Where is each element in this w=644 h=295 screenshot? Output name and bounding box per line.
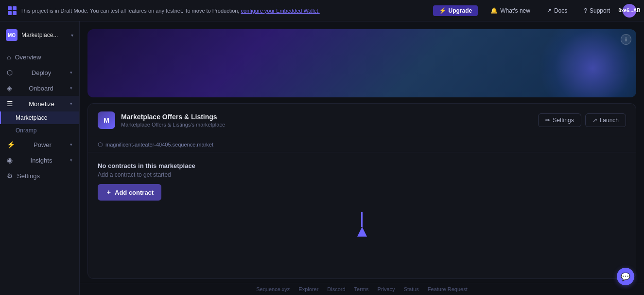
marketplace-title-area: M Marketplace Offers & Listings Marketpl… [98, 111, 225, 129]
launch-button[interactable]: ↗ Launch [585, 113, 626, 127]
footer-link-explorer[interactable]: Explorer [298, 286, 318, 292]
marketplace-texts: Marketplace Offers & Listings Marketplac… [121, 113, 225, 128]
info-button[interactable]: i [621, 34, 631, 45]
marketplace-card: M Marketplace Offers & Listings Marketpl… [87, 103, 636, 279]
chevron-down-icon: ▾ [71, 33, 73, 38]
bell-icon: 🔔 [490, 7, 498, 14]
sidebar-item-power[interactable]: ⚡ Power ▾ [0, 137, 79, 152]
sidebar-item-settings[interactable]: ⚙ Settings [0, 168, 79, 184]
sidebar-item-monetize[interactable]: ☰ Monetize ▾ [0, 96, 79, 111]
content-area: i M Marketplace Offers & Listings Market… [80, 21, 644, 295]
chevron-down-icon: ▾ [70, 86, 72, 91]
footer-link-privacy[interactable]: Privacy [378, 286, 395, 292]
docs-button[interactable]: ↗ Docs [543, 5, 571, 16]
footer: Sequence.xyz Explorer Discord Terms Priv… [80, 283, 644, 295]
chevron-down-icon: ▾ [70, 142, 72, 147]
draft-message: This project is in Draft Mode. You can t… [20, 8, 320, 14]
no-contracts-texts: No contracts in this marketplace Add a c… [98, 162, 195, 178]
sidebar-item-label: Onboard [29, 85, 53, 92]
marketplace-header: M Marketplace Offers & Listings Marketpl… [88, 104, 636, 137]
no-contracts-section: No contracts in this marketplace Add a c… [88, 152, 636, 210]
arrow-up-icon [357, 227, 367, 237]
chevron-down-icon: ▾ [70, 158, 72, 163]
upgrade-button[interactable]: ⚡ Upgrade [433, 5, 478, 16]
sidebar-item-label: Marketplace [16, 114, 47, 121]
logo-icon [8, 6, 17, 15]
avatar-button[interactable]: 0xe6...AB [623, 4, 636, 18]
topbar-right: ⚡ Upgrade 🔔 What's new ↗ Docs ? Support … [433, 4, 636, 18]
project-name: Marketplace... [21, 32, 67, 38]
link-icon: ↗ [547, 7, 552, 14]
whats-new-button[interactable]: 🔔 What's new [487, 5, 534, 16]
onboard-icon: ◈ [7, 84, 12, 92]
sidebar-item-label: Settings [17, 172, 40, 180]
no-contracts-title: No contracts in this marketplace [98, 162, 195, 169]
project-selector[interactable]: MO Marketplace... ▾ [0, 25, 79, 47]
monetize-icon: ☰ [7, 100, 13, 108]
marketplace-url: magnificent-anteater-40405.sequence.mark… [105, 142, 213, 148]
chevron-down-icon: ▾ [70, 101, 72, 106]
topbar: This project is in Draft Mode. You can t… [0, 0, 644, 21]
arrow-stem [361, 212, 363, 227]
launch-arrow-icon: ↗ [592, 117, 597, 124]
topbar-logo [8, 6, 17, 15]
sidebar-item-label: Monetize [29, 100, 54, 108]
marketplace-subtitle: Marketplace Offers & Listings's marketpl… [121, 122, 225, 128]
footer-link-feature-request[interactable]: Feature Request [428, 286, 468, 292]
home-icon: ⌂ [7, 53, 11, 61]
chevron-down-icon: ▾ [70, 70, 72, 75]
sidebar-item-onramp[interactable]: Onramp [0, 124, 79, 137]
upgrade-icon: ⚡ [439, 7, 446, 14]
support-button[interactable]: ? Support [580, 5, 614, 16]
sidebar-item-label: Overview [15, 54, 41, 61]
deploy-icon: ⬡ [7, 69, 13, 76]
topbar-left: This project is in Draft Mode. You can t… [8, 6, 320, 15]
configure-link[interactable]: configure your Embedded Wallet. [241, 8, 320, 14]
question-icon: ? [584, 7, 587, 14]
sidebar-item-onboard[interactable]: ◈ Onboard ▾ [0, 80, 79, 96]
arrow-indicator [88, 210, 636, 239]
settings-button[interactable]: ✏ Settings [538, 113, 581, 127]
project-icon: MO [6, 29, 17, 41]
chat-button[interactable]: 💬 [617, 268, 634, 285]
sidebar-item-label: Insights [31, 157, 52, 164]
sidebar-item-marketplace[interactable]: Marketplace [0, 111, 79, 124]
power-icon: ⚡ [7, 141, 15, 148]
marketplace-actions: ✏ Settings ↗ Launch [538, 113, 626, 127]
footer-link-status[interactable]: Status [404, 286, 419, 292]
plus-icon: ＋ [105, 188, 112, 197]
edit-icon: ✏ [545, 117, 550, 124]
marketplace-icon: M [98, 111, 115, 129]
link-icon: ⬡ [98, 141, 103, 148]
hero-banner: i [87, 29, 636, 97]
footer-link-terms[interactable]: Terms [354, 286, 369, 292]
sidebar-item-label: Onramp [16, 127, 36, 134]
marketplace-title: Marketplace Offers & Listings [121, 113, 225, 121]
sidebar-item-deploy[interactable]: ⬡ Deploy ▾ [0, 65, 79, 80]
footer-link-discord[interactable]: Discord [327, 286, 345, 292]
sidebar-item-label: Power [34, 141, 52, 148]
sidebar-item-label: Deploy [32, 69, 51, 76]
marketplace-url-row: ⬡ magnificent-anteater-40405.sequence.ma… [88, 137, 636, 152]
add-contract-button[interactable]: ＋ Add contract [98, 184, 161, 201]
gear-icon: ⚙ [7, 172, 13, 180]
main-layout: MO Marketplace... ▾ ⌂ Overview ⬡ Deploy … [0, 21, 644, 295]
sidebar: MO Marketplace... ▾ ⌂ Overview ⬡ Deploy … [0, 21, 80, 295]
sidebar-item-insights[interactable]: ◉ Insights ▾ [0, 152, 79, 168]
footer-link-sequence[interactable]: Sequence.xyz [256, 286, 290, 292]
sidebar-item-overview[interactable]: ⌂ Overview [0, 49, 79, 65]
insights-icon: ◉ [7, 156, 13, 164]
no-contracts-subtitle: Add a contract to get started [98, 171, 195, 178]
